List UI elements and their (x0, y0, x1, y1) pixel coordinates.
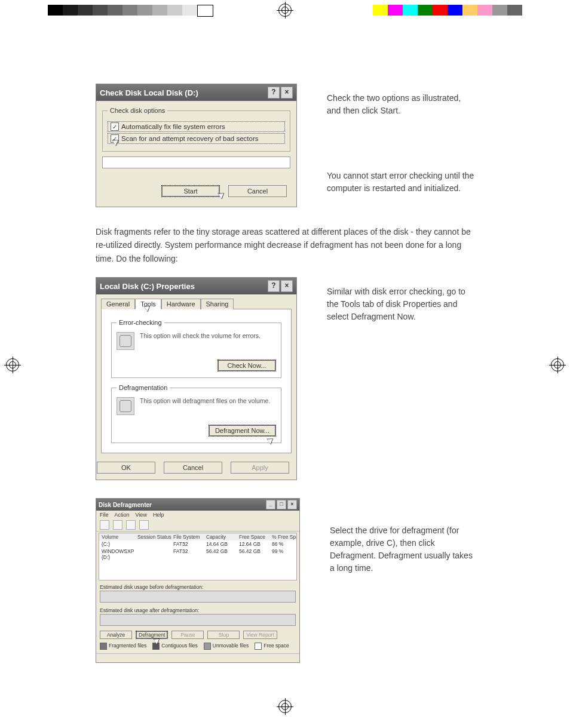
legend-swatch-free (255, 643, 262, 650)
registration-mark (278, 700, 292, 713)
disk-properties-dialog: Local Disk (C:) Properties ? × General T… (96, 277, 297, 480)
forward-button[interactable] (113, 520, 122, 530)
color-calibration-bar (373, 5, 522, 16)
window-titlebar: Disk Defragmenter _ □ × (96, 499, 299, 511)
registration-mark (551, 358, 564, 371)
instruction-text: You cannot start error checking until th… (327, 170, 474, 195)
menu-action[interactable]: Action (115, 512, 130, 518)
help-button[interactable]: ? (268, 280, 280, 292)
legend-label: Fragmented files (109, 643, 146, 649)
tab-sharing[interactable]: Sharing (201, 299, 234, 309)
close-button[interactable]: × (281, 87, 293, 99)
maximize-button[interactable]: □ (277, 500, 286, 509)
cell: FAT32 (173, 541, 206, 547)
tab-strip: General Tools Hardware Sharing (96, 294, 296, 309)
cancel-button[interactable]: Cancel (228, 185, 287, 197)
cell: 14.64 GB (206, 541, 239, 547)
volume-row[interactable]: (C:) FAT32 14.64 GB 12.64 GB 86 % (99, 540, 296, 548)
col-header: Capacity (206, 534, 239, 540)
cell (137, 548, 173, 560)
stop-button[interactable]: Stop (207, 631, 240, 639)
instruction-text: Select the drive for defragment (for exa… (330, 524, 474, 575)
tab-tools[interactable]: Tools (135, 299, 161, 309)
cell: (C:) (102, 541, 137, 547)
error-checking-group: Error-checking This option will check th… (111, 319, 281, 378)
ok-button[interactable]: OK (97, 462, 155, 474)
close-button[interactable]: × (281, 280, 293, 292)
before-label: Estimated disk usage before defragmentat… (96, 582, 299, 591)
defragment-now-button[interactable]: Defragment Now... (209, 425, 276, 437)
cancel-button[interactable]: Cancel (164, 462, 222, 474)
instruction-text: Check the two options as illustrated, an… (327, 92, 474, 117)
dialog-titlebar: Local Disk (C:) Properties ? × (96, 278, 296, 294)
disk-defragmenter-window: Disk Defragmenter _ □ × File Action View… (96, 498, 300, 663)
col-header: Session Status (137, 534, 173, 540)
tools-tab-pane: Error-checking This option will check th… (101, 309, 292, 453)
cell: 86 % (272, 541, 297, 547)
back-button[interactable] (100, 520, 109, 530)
legend-label: Free space (263, 643, 289, 649)
toolbar-button[interactable] (126, 520, 136, 530)
paragraph-text: Disk fragments refer to the tiny storage… (96, 225, 474, 265)
help-button[interactable]: ? (268, 87, 280, 99)
start-button[interactable]: Start (161, 185, 220, 197)
col-header: % Free Space (272, 534, 297, 540)
menu-help[interactable]: Help (153, 512, 164, 518)
pause-button[interactable]: Pause (171, 631, 204, 639)
check-disk-dialog: Check Disk Local Disk (D:) ? × Check dis… (96, 84, 297, 207)
analyze-button[interactable]: Analyze (100, 631, 132, 639)
legend-label: Unmovable files (213, 643, 249, 649)
menu-bar: File Action View Help (96, 511, 299, 519)
group-description: This option will defragment files on the… (140, 397, 270, 406)
dialog-title: Check Disk Local Disk (D:) (100, 88, 198, 97)
check-now-button[interactable]: Check Now... (217, 360, 276, 371)
auto-fix-checkbox-row[interactable]: ✓ Automatically fix file system errors (108, 121, 285, 132)
cursor-icon (266, 436, 275, 445)
disk-check-icon (117, 332, 134, 350)
dialog-title: Local Disk (C:) Properties (100, 282, 195, 291)
grid-header: Volume Session Status File System Capaci… (99, 533, 296, 540)
cell (137, 541, 173, 547)
tab-hardware[interactable]: Hardware (161, 299, 201, 309)
legend-swatch-unmovable (204, 643, 211, 650)
checkbox-label: Scan for and attempt recovery of bad sec… (121, 135, 258, 142)
group-description: This option will check the volume for er… (140, 332, 261, 340)
checkbox-label: Automatically fix file system errors (121, 123, 225, 130)
checkbox-icon: ✓ (111, 134, 119, 143)
tab-general[interactable]: General (101, 299, 135, 309)
menu-view[interactable]: View (136, 512, 147, 518)
cell: FAT32 (173, 548, 206, 560)
defragmentation-group: Defragmentation This option will defragm… (111, 384, 281, 443)
after-label: Estimated disk usage after defragmentati… (96, 605, 299, 614)
col-header: Free Space (239, 534, 272, 540)
window-title: Disk Defragmenter (99, 502, 152, 508)
col-header: Volume (102, 534, 137, 540)
progress-bar (102, 156, 290, 168)
defragment-button[interactable]: Defragment (136, 631, 168, 639)
toolbar-button[interactable] (139, 520, 149, 530)
grayscale-calibration-bar (48, 5, 213, 16)
cell: WINDOWSXP (D:) (102, 548, 137, 560)
legend-label: Contiguous files (161, 643, 197, 649)
cell: 56.42 GB (239, 548, 272, 560)
defrag-icon (117, 397, 134, 415)
registration-mark (6, 358, 19, 371)
usage-before-bar (100, 591, 296, 603)
minimize-button[interactable]: _ (266, 500, 275, 509)
close-button[interactable]: × (287, 500, 297, 509)
check-disk-options-group: Check disk options ✓ Automatically fix f… (102, 107, 290, 152)
cell: 12.64 GB (239, 541, 272, 547)
legend-swatch-contiguous (152, 643, 160, 650)
view-report-button[interactable]: View Report (243, 631, 277, 639)
group-legend: Check disk options (108, 107, 167, 114)
volume-row[interactable]: WINDOWSXP (D:) FAT32 56.42 GB 56.42 GB 9… (99, 548, 296, 561)
toolbar (96, 519, 299, 532)
menu-file[interactable]: File (100, 512, 109, 518)
usage-after-bar (100, 614, 296, 626)
col-header: File System (173, 534, 206, 540)
apply-button[interactable]: Apply (231, 462, 289, 474)
scan-bad-sectors-checkbox-row[interactable]: ✓ Scan for and attempt recovery of bad s… (108, 133, 285, 144)
group-legend: Error-checking (117, 319, 164, 326)
dialog-titlebar: Check Disk Local Disk (D:) ? × (96, 84, 296, 101)
group-legend: Defragmentation (117, 384, 170, 391)
